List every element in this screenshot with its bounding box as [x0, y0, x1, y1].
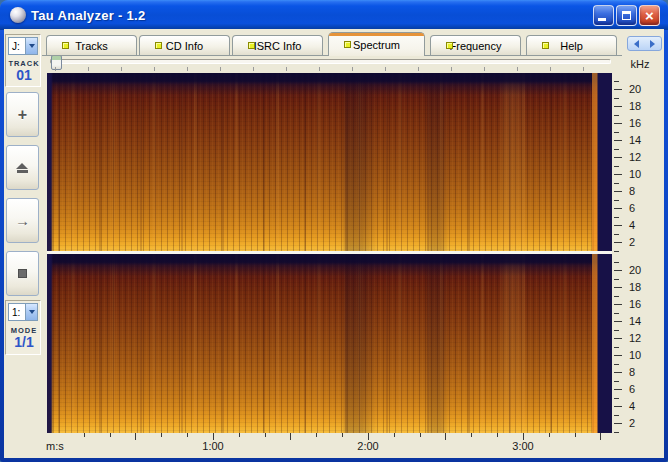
freq-minor-tick: [614, 115, 619, 116]
freq-major-tick: [614, 242, 622, 243]
mode-value: 1/1: [6, 334, 42, 350]
freq-major-tick: [614, 208, 622, 209]
freq-major-tick: [614, 304, 622, 305]
tab-led-icon: [62, 42, 69, 49]
freq-tick-label: 2: [629, 236, 635, 248]
freq-major-tick: [614, 355, 622, 356]
time-minor-tick: [575, 433, 576, 437]
time-minor-tick: [316, 433, 317, 437]
time-minor-tick: [471, 433, 472, 437]
mode-group: 1: MODE 1/1: [5, 300, 41, 355]
tab-scroll-left-icon[interactable]: [634, 40, 639, 48]
tab-led-icon: [344, 41, 351, 48]
freq-tick-label: 10: [629, 168, 641, 180]
stop-button[interactable]: [6, 251, 39, 296]
tab-tracks[interactable]: Tracks: [46, 35, 137, 55]
close-icon: ×: [645, 6, 654, 25]
freq-tick-label: 8: [629, 366, 635, 378]
freq-minor-tick: [614, 262, 619, 263]
time-minor-tick: [84, 433, 85, 437]
mode-select[interactable]: 1:: [8, 303, 38, 321]
freq-tick-label: 14: [629, 134, 641, 146]
tab-help[interactable]: Help: [526, 35, 617, 55]
time-minor-tick: [342, 433, 343, 437]
time-major-tick: [523, 433, 524, 440]
frequency-axis-1: 2018161412108642: [612, 73, 664, 252]
freq-minor-tick: [614, 330, 619, 331]
freq-major-tick: [614, 225, 622, 226]
freq-major-tick: [614, 174, 622, 175]
time-minor-tick: [239, 433, 240, 437]
close-button[interactable]: ×: [639, 5, 660, 26]
track-number: 01: [6, 67, 42, 83]
tab-led-icon: [542, 42, 549, 49]
eject-button[interactable]: [6, 145, 39, 190]
tab-frequency[interactable]: Frequency: [430, 35, 521, 55]
plus-icon: +: [18, 106, 27, 124]
time-minor-tick: [187, 433, 188, 437]
freq-major-tick: [614, 157, 622, 158]
tab-scroll-right-icon[interactable]: [650, 40, 655, 48]
tab-spectrum[interactable]: Spectrum: [328, 32, 425, 56]
position-slider-track[interactable]: [50, 59, 611, 64]
freq-tick-label: 16: [629, 117, 641, 129]
freq-minor-tick: [614, 149, 619, 150]
freq-minor-tick: [614, 98, 619, 99]
tab-led-icon: [446, 42, 453, 49]
slider-tick-marks: [55, 67, 611, 71]
freq-tick-label: 6: [629, 383, 635, 395]
drive-select[interactable]: J:: [8, 37, 38, 55]
freq-major-tick: [614, 140, 622, 141]
time-major-tick: [368, 433, 369, 440]
play-next-button[interactable]: →: [6, 198, 39, 243]
freq-minor-tick: [614, 132, 619, 133]
freq-minor-tick: [614, 183, 619, 184]
chevron-down-icon[interactable]: [25, 304, 37, 320]
spectrogram-track-2: [47, 254, 612, 433]
minimize-button[interactable]: [593, 5, 614, 26]
app-window: Tau Analyzer - 1.2 × Tracks CD Info ISRC…: [0, 0, 668, 462]
freq-minor-tick: [614, 279, 619, 280]
freq-tick-label: 18: [629, 281, 641, 293]
freq-minor-tick: [614, 296, 619, 297]
freq-tick-label: 8: [629, 185, 635, 197]
maximize-button[interactable]: [616, 5, 637, 26]
freq-unit-label: kHz: [620, 58, 660, 70]
tab-isrc-info[interactable]: ISRC Info: [232, 35, 323, 55]
time-minor-tick: [110, 433, 111, 437]
stop-icon: [18, 269, 27, 278]
freq-minor-tick: [614, 166, 619, 167]
freq-minor-tick: [614, 398, 619, 399]
minimize-icon: [598, 18, 606, 21]
freq-minor-tick: [614, 415, 619, 416]
tab-label: CD Info: [166, 40, 203, 52]
drive-select-value: J:: [9, 38, 25, 54]
tab-label: Frequency: [450, 40, 502, 52]
time-minor-tick: [394, 433, 395, 437]
title-bar[interactable]: Tau Analyzer - 1.2 ×: [0, 0, 668, 30]
tab-label: Help: [560, 40, 583, 52]
time-major-tick: [135, 433, 136, 440]
freq-minor-tick: [614, 313, 619, 314]
time-major-tick: [290, 433, 291, 440]
app-icon: [10, 7, 26, 23]
chevron-down-icon[interactable]: [25, 38, 37, 54]
tab-label: ISRC Info: [254, 40, 302, 52]
freq-major-tick: [614, 106, 622, 107]
maximize-icon: [622, 11, 631, 20]
freq-major-tick: [614, 191, 622, 192]
freq-major-tick: [614, 338, 622, 339]
freq-tick-label: 12: [629, 332, 641, 344]
time-tick-label: 1:00: [202, 440, 223, 452]
freq-major-tick: [614, 321, 622, 322]
freq-minor-tick: [614, 81, 619, 82]
mode-select-value: 1:: [9, 304, 25, 320]
freq-tick-label: 6: [629, 202, 635, 214]
tab-cd-info[interactable]: CD Info: [139, 35, 230, 55]
freq-tick-label: 20: [629, 264, 641, 276]
time-axis: m:s 1:002:003:00: [42, 433, 664, 458]
time-minor-tick: [265, 433, 266, 437]
freq-tick-label: 18: [629, 100, 641, 112]
add-track-button[interactable]: +: [6, 92, 39, 137]
freq-major-tick: [614, 89, 622, 90]
